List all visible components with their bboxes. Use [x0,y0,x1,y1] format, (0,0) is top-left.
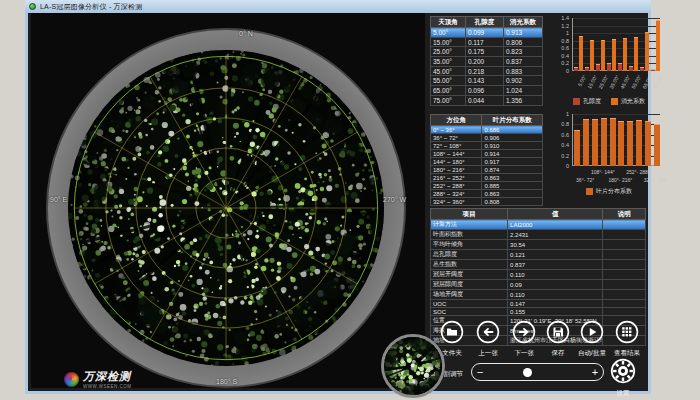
azimuth-table-cell: 324° ~ 360° [431,198,482,206]
zenith-table-header[interactable]: 孔隙度 [465,17,503,28]
chart-x-tick-label: 324°- 360° [631,177,681,183]
azimuth-table-row[interactable]: 180° ~ 216°0.874 [431,166,543,174]
settings-label: 设置 [603,389,643,398]
zenith-table-row[interactable]: 65.00°0.0961.024 [431,86,543,96]
result-table-row[interactable]: UOC0.147 [431,300,646,308]
title-bar[interactable]: LA-S冠层图像分析仪 - 万深检测 [25,0,651,13]
result-table-row[interactable]: 总孔隙度0.121 [431,250,646,260]
azimuth-table-row[interactable]: 108° ~ 144°0.914 [431,150,543,158]
azimuth-table-row[interactable]: 144° ~ 180°0.917 [431,158,543,166]
result-table-cell: 2.2431 [508,230,603,240]
slider-plus-button[interactable]: + [587,367,603,378]
slider-minus-button[interactable]: − [472,367,488,378]
legend-item: 叶片分布系数 [586,187,632,196]
azimuth-table-header[interactable]: 叶片分布系数 [482,115,543,126]
logo-swirl-icon [64,372,79,387]
result-table-row[interactable]: SOC0.155 [431,308,646,316]
zenith-table-cell: 0.044 [465,95,503,105]
arrow-right-icon [512,320,536,344]
chart-gridline [573,26,660,27]
result-table-cell: 平均叶倾角 [431,240,508,250]
toolbar-button-label: 自动/批量 [572,349,612,358]
azimuth-table-row[interactable]: 72° ~ 108°0.910 [431,142,543,150]
azimuth-table: 方位角叶片分布系数0° ~ 36°0.68636° ~ 72°0.90672° … [430,114,543,206]
zenith-table-cell: 0.823 [503,47,542,57]
chart-gridline [573,114,660,115]
compass-west-label: 270° W [383,196,406,203]
zenith-table-row[interactable]: 55.00°0.1430.902 [431,76,543,86]
toolbar-button-grid[interactable]: 查看结果 [607,320,647,358]
zenith-table-row[interactable]: 45.00°0.2180.883 [431,66,543,76]
toolbar-button-arrow-left[interactable]: 上一张 [468,320,508,358]
zenith-table-cell: 0.096 [465,86,503,96]
slider-handle[interactable] [523,368,532,377]
compass-east-label: 90° E [50,196,67,203]
azimuth-table-cell: 0.906 [482,134,543,142]
result-table-header[interactable]: 值 [508,209,603,220]
result-table-cell [603,250,646,260]
azimuth-table-row[interactable]: 288° ~ 324°0.863 [431,190,543,198]
chart-y-tick-label: 0.8 [558,121,569,127]
fisheye-panel: 0° N 180° S 90° E 270° W 万深检测 WWW.WSEEN.… [31,13,425,388]
bar [618,63,622,71]
bar [651,69,655,71]
chart-y-tick-label: 1 [558,111,569,117]
zenith-table-row[interactable]: 25.00°0.1750.823 [431,47,543,57]
bar [585,67,589,71]
chart-y-tick-label: 0.6 [558,45,569,51]
result-table-cell [603,308,646,316]
zenith-table-cell: 35.00° [431,57,466,67]
result-table-header[interactable]: 说明 [603,209,646,220]
legend-label: 叶片分布系数 [596,187,632,196]
segmentation-thumbnail[interactable] [381,334,445,398]
azimuth-table-cell: 0.686 [482,126,543,134]
bar [618,121,624,166]
result-table-row[interactable]: 叶面积指数2.2431 [431,230,646,240]
zenith-table-header[interactable]: 天顶角 [431,17,466,28]
settings-button[interactable]: 设置 [603,358,643,398]
logo-site: WWW.WSEEN.COM [83,384,132,388]
azimuth-table-header[interactable]: 方位角 [431,115,482,126]
result-table-header[interactable]: 项目 [431,209,508,220]
result-table-cell: 0.155 [508,308,603,316]
azimuth-table-row[interactable]: 324° ~ 360°0.808 [431,198,543,206]
result-table-row[interactable]: 场地开阔度0.110 [431,290,646,300]
result-table-cell: 0.09 [508,280,603,290]
zenith-table-cell: 0.837 [503,57,542,67]
chart-y-tick-label: 1 [558,30,569,36]
azimuth-table-cell: 0.874 [482,166,543,174]
result-table-row[interactable]: 平均叶倾角30.54 [431,240,646,250]
zenith-table-cell: 15.00° [431,37,466,47]
zenith-table-row[interactable]: 15.00°0.1170.806 [431,37,543,47]
zenith-table-cell: 45.00° [431,66,466,76]
bar [601,118,607,166]
result-table-row[interactable]: 计算方法LAI2000 [431,220,646,230]
slider-track[interactable] [488,364,587,380]
legend-label: 消光系数 [621,97,645,106]
toolbar-button-play[interactable]: 自动/批量 [572,320,612,358]
azimuth-table-row[interactable]: 0° ~ 36°0.686 [431,126,543,134]
bar [627,121,633,166]
zenith-table-row[interactable]: 75.00°0.0441.356 [431,95,543,105]
zenith-table-row[interactable]: 5.00°0.0990.913 [431,28,543,38]
zenith-table-cell: 0.913 [503,28,542,38]
zenith-table-row[interactable]: 35.00°0.2000.837 [431,57,543,67]
result-table-row[interactable]: 冠层开阔度0.110 [431,270,646,280]
chart-legend: 孔隙度消光系数 [558,97,660,106]
azimuth-table-row[interactable]: 216° ~ 252°0.863 [431,174,543,182]
result-table-cell [603,240,646,250]
bar [601,40,605,71]
result-table-cell: 场地开阔度 [431,290,508,300]
result-table-cell: 叶面积指数 [431,230,508,240]
zenith-table-cell: 5.00° [431,28,466,38]
segmentation-slider[interactable]: − + [471,363,604,381]
azimuth-table-row[interactable]: 36° ~ 72°0.906 [431,134,543,142]
result-table-cell: 0.121 [508,250,603,260]
azimuth-table-row[interactable]: 252° ~ 288°0.885 [431,182,543,190]
result-table-row[interactable]: 冠层隙间度0.09 [431,280,646,290]
bar [636,120,642,166]
result-table-cell [603,290,646,300]
zenith-table-header[interactable]: 消光系数 [503,17,542,28]
result-table-row[interactable]: 丛生指数0.837 [431,260,646,270]
result-table-cell [603,280,646,290]
